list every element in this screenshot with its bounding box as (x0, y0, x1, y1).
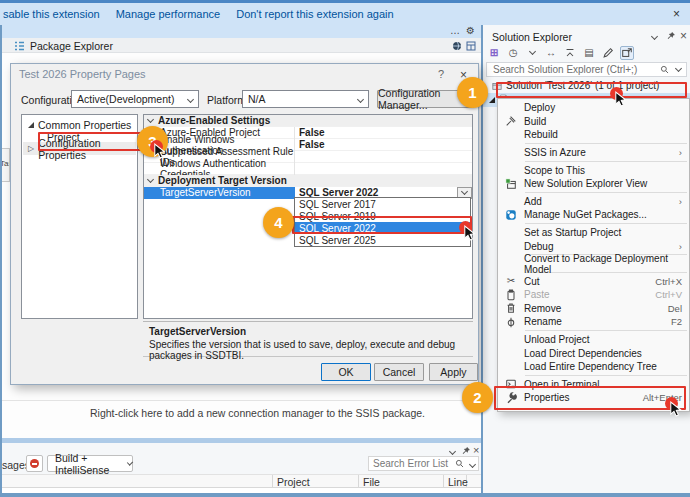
property-value[interactable]: False (295, 127, 472, 139)
gear-icon[interactable]: ⚙ (466, 25, 475, 36)
option-sql-2025[interactable]: SQL Server 2025 (295, 234, 470, 246)
menu-item-add[interactable]: Add› (498, 195, 689, 209)
pin-icon[interactable] (461, 446, 471, 456)
menu-item-deploy[interactable]: Deploy (498, 101, 689, 115)
menu-separator (525, 143, 687, 144)
chevron-down-icon[interactable] (651, 33, 658, 40)
platform-combo[interactable]: N/A (242, 90, 369, 108)
column-file[interactable]: File (363, 476, 380, 488)
platform-value: N/A (248, 93, 266, 105)
collapse-all-icon[interactable] (563, 46, 577, 60)
messages-filter-button[interactable] (26, 455, 43, 472)
menu-item-remove[interactable]: RemoveDel (498, 302, 689, 316)
disable-extension-link[interactable]: sable this extension (3, 8, 100, 20)
group-azure-settings[interactable]: Azure-Enabled Settings (144, 115, 472, 127)
menu-item-ssis-in-azure[interactable]: SSIS in Azure› (498, 146, 689, 160)
build-icon (498, 115, 524, 127)
rename-icon (498, 316, 524, 328)
property-row[interactable]: Windows Authentication Credentials (144, 163, 472, 175)
show-all-files-icon[interactable]: ▤ (582, 46, 596, 60)
property-name[interactable]: TargetServerVersion (144, 187, 295, 199)
window-left-border (0, 25, 2, 494)
chevron-down-icon[interactable] (469, 461, 476, 468)
close-icon[interactable]: × (680, 29, 687, 43)
chevron-down-icon[interactable] (675, 65, 682, 72)
pencil-icon[interactable] (601, 46, 615, 60)
menu-item-label: Load Entire Dependency Tree (524, 361, 682, 372)
menu-separator (525, 192, 687, 193)
search-icon[interactable] (660, 65, 669, 74)
grid-panel-icon[interactable] (466, 41, 476, 51)
pin-icon[interactable] (666, 31, 676, 41)
package-explorer-tab-label[interactable]: Package Explorer (30, 40, 113, 52)
property-value[interactable]: False (295, 139, 472, 151)
group-deployment-target[interactable]: Deployment Target Version (144, 175, 472, 187)
preview-selected-items-icon[interactable] (620, 46, 634, 60)
ok-button[interactable]: OK (321, 363, 371, 381)
menu-item-rebuild[interactable]: Rebuild (498, 128, 689, 142)
expanded-arrow-icon[interactable] (28, 122, 34, 128)
menu-item-shortcut: Ctrl+V (655, 289, 682, 300)
menu-item-unload-project[interactable]: Unload Project (498, 333, 689, 347)
sync-active-document-icon[interactable]: ↔ (544, 46, 558, 60)
configuration-combo[interactable]: Active(Development) (71, 90, 199, 108)
error-filter-combo[interactable]: Build + IntelliSense (47, 455, 133, 472)
menu-item-shortcut: F2 (671, 316, 682, 327)
expanded-arrow-icon[interactable] (489, 97, 495, 103)
menu-item-manage-nuget-packages[interactable]: Manage NuGet Packages... (498, 208, 689, 222)
configuration-value: Active(Development) (77, 93, 174, 105)
menu-item-new-solution-explorer-view[interactable]: New Solution Explorer View (498, 177, 689, 191)
menu-item-set-as-startup-project[interactable]: Set as Startup Project (498, 226, 689, 240)
error-list-search-input[interactable]: Search Error List (368, 456, 479, 471)
chevron-down-icon[interactable] (449, 448, 456, 455)
menu-item-label: Load Direct Dependencies (524, 348, 682, 359)
menu-item-label: Rebuild (524, 129, 682, 140)
solution-explorer-search-input[interactable]: Search Solution Explorer (Ctrl+;) (486, 62, 687, 77)
menu-item-label: New Solution Explorer View (524, 178, 682, 189)
error-list-panel: × sages Build + IntelliSense Search Erro… (0, 443, 481, 497)
manage-performance-link[interactable]: Manage performance (116, 8, 221, 20)
menu-item-paste[interactable]: PasteCtrl+V (498, 288, 689, 302)
property-description-panel: TargetServerVersion Specifies the versio… (143, 321, 473, 357)
solution-explorer-title: Solution Explorer (492, 31, 572, 43)
menu-item-load-entire-dependency-tree[interactable]: Load Entire Dependency Tree (498, 360, 689, 374)
menu-item-build[interactable]: Build (498, 115, 689, 129)
menu-item-convert-to-package-deployment-model[interactable]: Convert to Package Deployment Model (498, 257, 689, 271)
menu-item-scope-to-this[interactable]: Scope to This (498, 163, 689, 177)
submenu-arrow-icon: › (679, 147, 682, 158)
column-line[interactable]: Line (448, 476, 468, 488)
collapsed-arrow-icon[interactable]: ▷ (28, 144, 34, 153)
menu-item-rename[interactable]: RenameF2 (498, 315, 689, 329)
dialog-title: Test 2026 Property Pages (19, 68, 146, 80)
menu-item-load-direct-dependencies[interactable]: Load Direct Dependencies (498, 346, 689, 360)
switch-views-icon[interactable]: ⊞ (487, 46, 501, 60)
menu-item-cut[interactable]: ✂CutCtrl+X (498, 275, 689, 289)
dont-report-link[interactable]: Don't report this extension again (236, 8, 393, 20)
scissors-icon: ✂ (498, 276, 524, 286)
close-icon[interactable]: × (673, 7, 680, 21)
menu-item-label: Build (524, 116, 682, 127)
search-icon[interactable] (455, 459, 464, 468)
cancel-button[interactable]: Cancel (374, 363, 424, 381)
help-icon[interactable]: ? (438, 68, 444, 80)
history-filter-icon[interactable]: ◷ (506, 46, 520, 60)
annotation-badge-4: 4 (263, 207, 294, 238)
browser-icon[interactable] (452, 41, 462, 51)
option-sql-2017[interactable]: SQL Server 2017 (295, 198, 470, 210)
window-bottom-border (0, 493, 690, 497)
submenu-arrow-icon: › (679, 241, 682, 252)
property-value[interactable] (295, 163, 472, 175)
close-icon[interactable]: × (473, 444, 479, 456)
more-options-icon[interactable]: … (450, 25, 460, 36)
menu-item-debug[interactable]: Debug› (498, 239, 689, 253)
column-project[interactable]: Project (277, 476, 310, 488)
package-explorer-tab-row: Package Explorer (0, 38, 481, 53)
menu-item-label: Convert to Package Deployment Model (524, 253, 682, 275)
menu-item-label: Set as Startup Project (524, 227, 682, 238)
annotation-box-sql-2022 (292, 216, 472, 234)
menu-item-shortcut: Del (668, 303, 682, 314)
apply-button[interactable]: Apply (429, 363, 478, 381)
dropdown-chevron-icon[interactable] (525, 46, 539, 60)
menu-item-label: Cut (524, 276, 655, 287)
property-value[interactable] (295, 151, 472, 163)
